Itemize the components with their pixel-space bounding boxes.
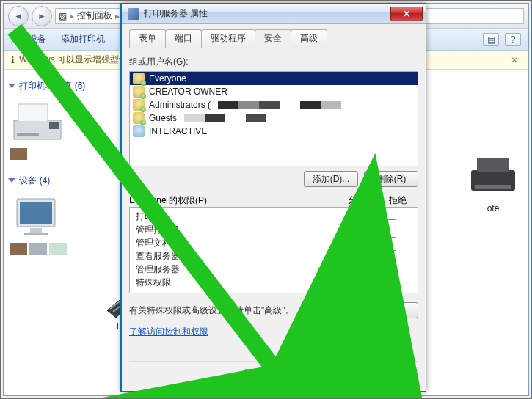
tab-strip: 表单 端口 驱动程序 安全 高级 (129, 29, 418, 48)
checkbox-allow[interactable] (346, 237, 355, 246)
category-printers-label: 打印机和传真 (19, 81, 72, 91)
print-server-properties-dialog: 打印服务器 属性 ✕ 表单 端口 驱动程序 安全 高级 组或用户名(G): Ev… (121, 3, 426, 392)
user-list-item[interactable]: CREATOR OWNER (130, 85, 418, 98)
breadcrumb-item[interactable]: 控制面板 (77, 10, 112, 22)
info-text: Windows 可以显示增强型设 (19, 54, 128, 66)
add-printer-link[interactable]: 添加打印机 (61, 33, 105, 45)
col-deny: 拒绝 (377, 194, 418, 207)
dialog-titlebar[interactable]: 打印服务器 属性 ✕ (122, 4, 426, 24)
view-icon[interactable]: ▤ (483, 33, 499, 46)
permission-name: 打印 (136, 211, 329, 223)
category-printers[interactable]: 打印机和传真 (6) (10, 80, 111, 92)
checkbox-allow[interactable] (346, 263, 355, 273)
apply-button[interactable]: 应用(A) (364, 369, 418, 385)
device-tile-fax[interactable] (10, 100, 111, 160)
device-label: ote (467, 203, 520, 213)
permission-name: 查看服务器 (136, 250, 329, 263)
learn-link[interactable]: 了解访问控制和权限 (129, 326, 418, 338)
users-group-icon (133, 73, 145, 84)
user-name: CREATOR OWNER (149, 87, 227, 97)
user-icon (133, 125, 145, 137)
help-icon[interactable]: ? (505, 33, 521, 46)
nav-back-button[interactable]: ◄ (8, 6, 29, 26)
checkbox-allow[interactable] (346, 250, 355, 260)
swatch (29, 243, 47, 255)
svg-rect-6 (30, 228, 42, 233)
add-button[interactable]: 添加(D)... (304, 171, 358, 187)
nav-forward-button[interactable]: ► (32, 6, 52, 26)
permission-name: 管理打印机 (136, 224, 329, 236)
checkbox-allow[interactable] (346, 277, 355, 286)
checkbox-deny[interactable] (387, 250, 396, 260)
permission-name: 管理文档 (136, 237, 329, 249)
svg-rect-7 (24, 233, 48, 235)
remove-button[interactable]: 删除(R) (364, 171, 418, 187)
users-group-icon (133, 112, 145, 124)
permission-name: 特殊权限 (136, 277, 329, 289)
expand-icon (8, 84, 15, 88)
category-devices-count: (4) (40, 175, 51, 186)
user-list-item[interactable]: INTERACTIVE (130, 125, 418, 138)
user-list-item[interactable]: Administrators ( (130, 98, 418, 111)
tab-ports[interactable]: 端口 (165, 29, 202, 48)
checkbox-allow[interactable] (346, 224, 355, 233)
swatch (10, 243, 27, 255)
users-group-icon (133, 99, 145, 111)
info-icon: ℹ (11, 55, 15, 65)
add-device-link[interactable]: 添加设备 (11, 33, 46, 45)
permission-row: 管理打印机 (130, 223, 418, 236)
svg-rect-2 (49, 122, 59, 129)
swatch (10, 148, 27, 160)
permission-row: 特殊权限 (130, 276, 418, 289)
close-button[interactable]: ✕ (390, 7, 423, 21)
checkbox-deny[interactable] (387, 277, 396, 286)
group-users-label: 组或用户名(G): (129, 56, 418, 68)
advanced-button[interactable]: 高级(V) (364, 302, 418, 318)
svg-rect-9 (477, 158, 509, 172)
chevron-right-icon: ▸ (115, 11, 120, 21)
permissions-label: Everyone 的权限(P) (129, 194, 336, 207)
monitor-icon (10, 194, 65, 240)
svg-rect-10 (475, 185, 511, 189)
permission-row: 查看服务器 (130, 249, 418, 263)
devices-panel: 打印机和传真 (6) 设备 (4) (4, 70, 117, 395)
dialog-title: 打印服务器 属性 (144, 7, 208, 20)
svg-rect-5 (20, 202, 52, 224)
chevron-right-icon: ▸ (70, 11, 74, 21)
checkbox-allow[interactable] (346, 211, 355, 220)
info-close-icon[interactable]: ✕ (508, 55, 521, 65)
user-name: Everyone (149, 73, 186, 84)
permissions-listbox[interactable]: 打印管理打印机管理文档查看服务器管理服务器特殊权限 (129, 207, 418, 293)
checkbox-deny[interactable] (387, 224, 396, 233)
expand-icon (8, 178, 15, 183)
permission-row: 管理文档 (130, 236, 418, 249)
checkbox-deny[interactable] (387, 237, 396, 246)
checkbox-deny[interactable] (387, 263, 396, 273)
control-panel-icon: ▧ (59, 11, 67, 21)
dialog-icon (128, 8, 139, 20)
category-printers-count: (6) (75, 81, 86, 91)
ok-button[interactable]: 确定 (244, 369, 298, 385)
device-tile-monitor[interactable] (10, 194, 111, 255)
user-name: Guests (149, 113, 177, 123)
swatch (49, 243, 67, 255)
device-item[interactable]: ote (467, 154, 520, 213)
user-list-item[interactable]: Guests (130, 111, 418, 125)
tab-security[interactable]: 安全 (255, 29, 291, 48)
svg-rect-1 (18, 104, 48, 122)
printer-icon (467, 154, 520, 198)
tab-forms[interactable]: 表单 (129, 29, 166, 48)
users-listbox[interactable]: EveryoneCREATOR OWNERAdministrators (Gue… (129, 71, 418, 166)
user-list-item[interactable]: Everyone (130, 72, 418, 85)
cancel-button[interactable]: 取消 (304, 369, 358, 385)
category-devices[interactable]: 设备 (4) (10, 175, 111, 187)
tab-drivers[interactable]: 驱动程序 (201, 29, 255, 48)
checkbox-deny[interactable] (387, 211, 396, 220)
tab-advanced[interactable]: 高级 (291, 29, 327, 48)
permission-row: 管理服务器 (130, 263, 418, 276)
permissions-header: Everyone 的权限(P) 允许 拒绝 (129, 194, 418, 207)
category-devices-label: 设备 (19, 175, 37, 186)
permission-row: 打印 (130, 210, 418, 223)
permission-name: 管理服务器 (136, 263, 329, 276)
col-allow: 允许 (336, 194, 377, 207)
